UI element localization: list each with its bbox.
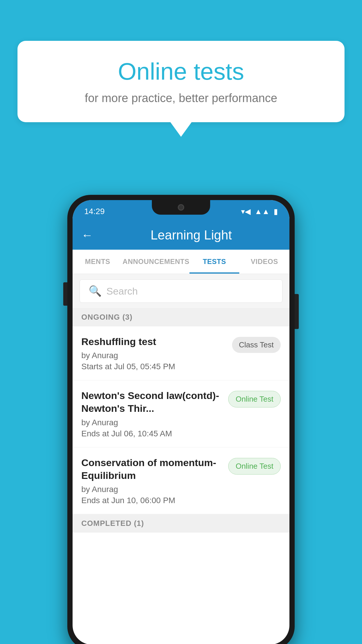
search-placeholder: Search [106,286,138,297]
test-info-2: Newton's Second law(contd)-Newton's Thir… [81,389,222,438]
tab-tests[interactable]: TESTS [189,250,240,274]
speech-bubble: Online tests for more practice, better p… [17,41,345,122]
camera [178,204,184,211]
test-name-3: Conservation of momentum-Equilibrium [81,456,222,482]
search-icon: 🔍 [89,285,102,297]
test-info-1: Reshuffling test by Anurag Starts at Jul… [81,335,226,371]
status-time: 14:29 [84,207,105,216]
test-name-2: Newton's Second law(contd)-Newton's Thir… [81,389,222,415]
app-bar: ← Learning Light [73,220,289,250]
phone-inner: 14:29 ▾◀ ▲▲ ▮ ← Learning Light MENTS ANN… [73,200,289,644]
ongoing-section-header: ONGOING (3) [73,308,289,326]
bubble-title: Online tests [41,58,321,85]
status-icons: ▾◀ ▲▲ ▮ [241,207,278,216]
tab-announcements[interactable]: ANNOUNCEMENTS [123,250,189,274]
test-author-2: by Anurag [81,418,222,427]
test-badge-3: Online Test [228,458,281,475]
bubble-subtitle: for more practice, better performance [41,92,321,105]
test-author-3: by Anurag [81,485,222,494]
app-title: Learning Light [102,228,281,242]
test-item-3[interactable]: Conservation of momentum-Equilibrium by … [73,447,289,514]
search-container: 🔍 Search [73,274,289,308]
test-item-2[interactable]: Newton's Second law(contd)-Newton's Thir… [73,380,289,447]
test-info-3: Conservation of momentum-Equilibrium by … [81,456,222,505]
ongoing-section-title: ONGOING (3) [81,313,133,321]
test-item-1[interactable]: Reshuffling test by Anurag Starts at Jul… [73,326,289,380]
back-button[interactable]: ← [81,229,93,242]
tab-ments[interactable]: MENTS [73,250,123,274]
test-date-2: Ends at Jul 06, 10:45 AM [81,429,222,438]
phone-outer: 14:29 ▾◀ ▲▲ ▮ ← Learning Light MENTS ANN… [67,195,295,644]
wifi-icon: ▾◀ [241,207,251,216]
test-date-1: Starts at Jul 05, 05:45 PM [81,362,226,371]
completed-section-title: COMPLETED (1) [81,519,144,528]
speech-bubble-section: Online tests for more practice, better p… [17,41,345,122]
test-name-1: Reshuffling test [81,335,226,348]
search-bar[interactable]: 🔍 Search [80,279,282,303]
test-author-1: by Anurag [81,351,226,360]
test-badge-2: Online Test [228,391,281,407]
signal-icon: ▲▲ [255,207,270,216]
battery-icon: ▮ [274,207,278,216]
test-badge-1: Class Test [232,337,281,353]
test-date-3: Ends at Jun 10, 06:00 PM [81,496,222,505]
tabs-container: MENTS ANNOUNCEMENTS TESTS VIDEOS [73,250,289,274]
phone-mockup: 14:29 ▾◀ ▲▲ ▮ ← Learning Light MENTS ANN… [67,195,295,644]
phone-notch [152,200,210,215]
tab-videos[interactable]: VIDEOS [239,250,289,274]
completed-section-header: COMPLETED (1) [73,514,289,533]
